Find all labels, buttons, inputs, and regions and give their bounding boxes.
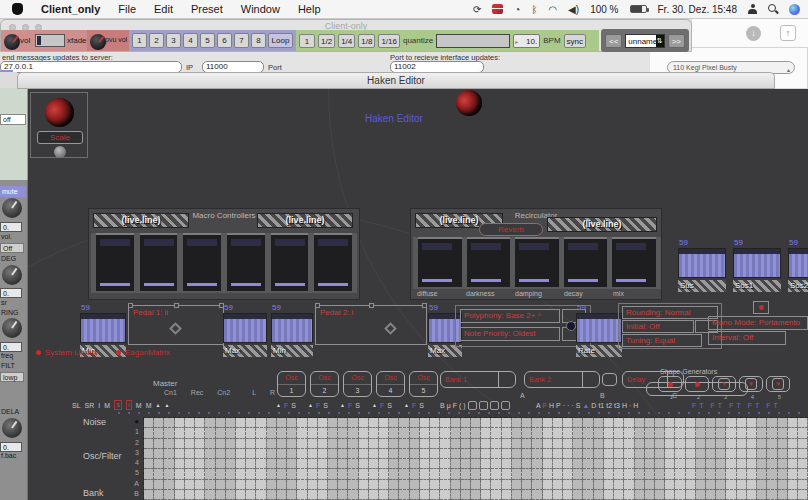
- matrix-cell[interactable]: [461, 480, 471, 490]
- matrix-cell[interactable]: [798, 459, 808, 469]
- matrix-cell[interactable]: [747, 459, 757, 469]
- matrix-cell[interactable]: [246, 449, 256, 459]
- matrix-cell[interactable]: [410, 439, 420, 449]
- matrix-cell[interactable]: [594, 480, 604, 490]
- leftstrip-Off[interactable]: Off: [0, 243, 24, 253]
- matrix-cell[interactable]: [767, 418, 777, 428]
- matrix-cell[interactable]: [583, 469, 593, 479]
- pad-button-1[interactable]: 1: [132, 33, 147, 48]
- matrix-cell[interactable]: [328, 418, 338, 428]
- note-priority-setting[interactable]: Note Priority: Oldest: [460, 327, 560, 341]
- matrix-cell[interactable]: [379, 428, 389, 438]
- matrix-cell[interactable]: [226, 469, 236, 479]
- matrix-cell[interactable]: [297, 490, 307, 500]
- matrix-cell[interactable]: [226, 459, 236, 469]
- matrix-cell[interactable]: [318, 439, 328, 449]
- leftstrip-0.[interactable]: 0.: [0, 288, 22, 298]
- matrix-cell[interactable]: [389, 428, 399, 438]
- matrix-cell[interactable]: [716, 480, 726, 490]
- matrix-cell[interactable]: [614, 480, 624, 490]
- matrix-cell[interactable]: [348, 469, 358, 479]
- matrix-cell[interactable]: [379, 459, 389, 469]
- matrix-cell[interactable]: [491, 449, 501, 459]
- matrix-cell[interactable]: [716, 449, 726, 459]
- matrix-cell[interactable]: [308, 439, 318, 449]
- matrix-cell[interactable]: [614, 459, 624, 469]
- matrix-cell[interactable]: [226, 480, 236, 490]
- matrix-cell[interactable]: [267, 469, 277, 479]
- matrix-cell[interactable]: [154, 490, 164, 500]
- matrix-cell[interactable]: [440, 459, 450, 469]
- matrix-cell[interactable]: [583, 428, 593, 438]
- matrix-cell[interactable]: [665, 439, 675, 449]
- matrix-cell[interactable]: [686, 418, 696, 428]
- matrix-cell[interactable]: [308, 449, 318, 459]
- matrix-cell[interactable]: [277, 490, 287, 500]
- matrix-cell[interactable]: [308, 418, 318, 428]
- matrix-cell[interactable]: [461, 428, 471, 438]
- matrix-cell[interactable]: [624, 418, 634, 428]
- next-preset-button[interactable]: >>: [668, 34, 685, 48]
- matrix-cell[interactable]: [573, 439, 583, 449]
- matrix-cell[interactable]: [491, 490, 501, 500]
- matrix-cell[interactable]: [706, 449, 716, 459]
- division-button-1-8[interactable]: 1/8: [358, 34, 375, 48]
- matrix-cell[interactable]: [737, 469, 747, 479]
- matrix-cell[interactable]: [696, 490, 706, 500]
- macro-slider[interactable]: [314, 233, 352, 291]
- matrix-cell[interactable]: [645, 428, 655, 438]
- matrix-cell[interactable]: [471, 428, 481, 438]
- matrix-cell[interactable]: [696, 459, 706, 469]
- matrix-cell[interactable]: [267, 480, 277, 490]
- matrix-cell[interactable]: [624, 449, 634, 459]
- matrix-cell[interactable]: [328, 469, 338, 479]
- header-box[interactable]: [479, 401, 488, 410]
- matrix-cell[interactable]: [277, 439, 287, 449]
- matrix-cell[interactable]: [216, 428, 226, 438]
- matrix-cell[interactable]: [195, 418, 205, 428]
- matrix-cell[interactable]: [440, 428, 450, 438]
- matrix-cell[interactable]: [277, 449, 287, 459]
- matrix-cell[interactable]: [635, 418, 645, 428]
- matrix-cell[interactable]: [420, 469, 430, 479]
- matrix-cell[interactable]: [389, 418, 399, 428]
- matrix-cell[interactable]: [287, 490, 297, 500]
- matrix-cell[interactable]: [451, 418, 461, 428]
- sync-status-icon[interactable]: ⟳: [473, 4, 481, 15]
- matrix-cell[interactable]: [236, 480, 246, 490]
- matrix-cell[interactable]: [175, 449, 185, 459]
- matrix-cell[interactable]: [716, 469, 726, 479]
- matrix-cell[interactable]: [256, 428, 266, 438]
- liveline-box[interactable]: (live.line): [93, 213, 189, 228]
- matrix-cell[interactable]: [297, 439, 307, 449]
- matrix-cell[interactable]: [757, 480, 767, 490]
- matrix-cell[interactable]: [236, 418, 246, 428]
- matrix-cell[interactable]: [686, 439, 696, 449]
- matrix-cell[interactable]: [277, 418, 287, 428]
- liveline-box[interactable]: (live.line): [257, 213, 353, 228]
- matrix-cell[interactable]: [583, 490, 593, 500]
- matrix-cell[interactable]: [532, 490, 542, 500]
- matrix-cell[interactable]: [338, 480, 348, 490]
- matrix-cell[interactable]: [287, 480, 297, 490]
- oscillator-box-2[interactable]: Osc2: [310, 371, 339, 397]
- matrix-cell[interactable]: [318, 428, 328, 438]
- matrix-cell[interactable]: [338, 428, 348, 438]
- eagan-matrix-toggle[interactable]: EaganMatrix: [116, 348, 170, 357]
- haken-window-titlebar[interactable]: Haken Editor: [17, 72, 775, 89]
- matrix-cell[interactable]: [420, 418, 430, 428]
- matrix-cell[interactable]: [348, 490, 358, 500]
- matrix-cell[interactable]: [440, 439, 450, 449]
- matrix-cell[interactable]: [277, 469, 287, 479]
- matrix-cell[interactable]: [451, 459, 461, 469]
- matrix-cell[interactable]: [348, 459, 358, 469]
- header-box[interactable]: [501, 401, 510, 410]
- menu-edit[interactable]: Edit: [154, 3, 173, 15]
- matrix-cell[interactable]: [369, 459, 379, 469]
- app-status-icon[interactable]: [492, 4, 503, 14]
- matrix-cell[interactable]: [246, 469, 256, 479]
- matrix-cell[interactable]: [798, 469, 808, 479]
- matrix-cell[interactable]: [604, 449, 614, 459]
- matrix-cell[interactable]: [737, 449, 747, 459]
- matrix-cell[interactable]: [440, 490, 450, 500]
